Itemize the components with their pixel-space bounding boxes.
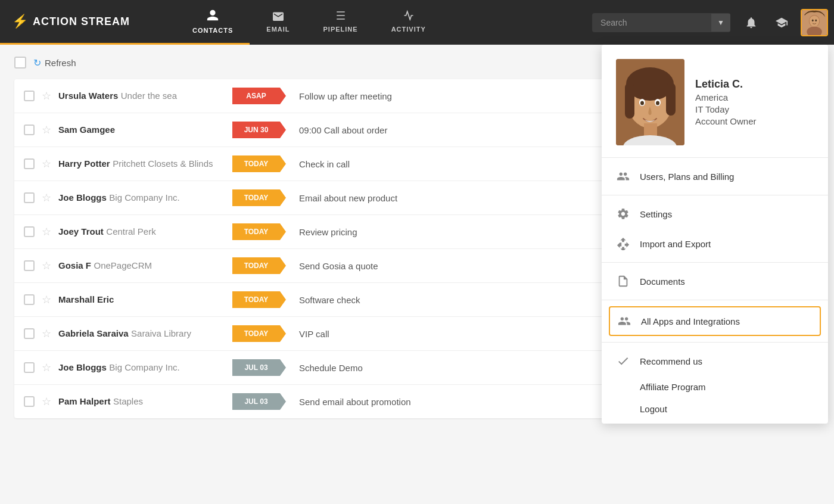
user-avatar-button[interactable] [801,9,828,36]
svg-rect-11 [625,83,634,119]
star-icon[interactable]: ☆ [42,293,51,306]
contact-name-company: Harry Potter Pritchett Closets & Blinds [58,158,225,169]
star-icon[interactable]: ☆ [42,225,51,238]
graduation-button[interactable] [770,11,793,34]
notifications-button[interactable] [740,11,763,34]
contact-name-company: Gosia F OnePageCRM [58,260,225,271]
logout-label: Logout [640,404,667,414]
due-badge: TODAY [232,189,280,206]
row-checkbox[interactable] [24,125,35,135]
select-all-checkbox[interactable] [14,57,26,69]
star-icon[interactable]: ☆ [42,157,51,170]
contact-action: Review pricing [299,227,357,237]
star-icon[interactable]: ☆ [42,361,51,374]
due-badge: TODAY [232,257,280,274]
star-icon[interactable]: ☆ [42,89,51,102]
row-checkbox[interactable] [24,192,35,203]
due-badge: TODAY [232,291,280,308]
contact-action: Software check [299,295,360,305]
row-checkbox[interactable] [24,328,35,339]
nav-item-contacts[interactable]: CONTACTS [176,0,250,45]
dropdown-item-all-apps-integrations[interactable]: All Apps and Integrations [609,306,821,336]
nav-label-contacts: CONTACTS [192,27,233,34]
dropdown-section-users: Users, Plans and Billing [602,158,828,195]
star-icon[interactable]: ☆ [42,191,51,204]
contact-action: Send email about promotion [299,397,411,407]
star-icon[interactable]: ☆ [42,395,51,408]
contact-name-company: Ursula Waters Under the sea [58,91,225,101]
dropdown-item-import-export[interactable]: Import and Export [602,229,828,259]
contact-name-company: Joey Trout Central Perk [58,226,225,237]
contact-name-company: Joe Bloggs Big Company Inc. [58,192,225,203]
dropdown-section-documents: Documents [602,263,828,300]
nav-label-pipeline: PIPELINE [323,26,358,33]
contact-name-company: Sam Gamgee [58,125,225,135]
contact-company: Big Company Inc. [109,362,179,372]
contact-company: Big Company Inc. [109,192,179,203]
refresh-label: Refresh [45,58,76,68]
contact-action: Check in call [299,159,350,169]
contact-name[interactable]: Joe Bloggs [58,192,107,203]
contact-name[interactable]: Sam Gamgee [58,125,115,135]
affiliate-program-label: Affiliate Program [640,382,706,392]
dropdown-item-affiliate-program[interactable]: Affiliate Program [602,376,828,398]
users-plans-billing-label: Users, Plans and Billing [640,172,734,182]
svg-point-6 [815,19,817,21]
recommend-icon [616,354,630,368]
contact-name[interactable]: Joey Trout [58,226,104,237]
refresh-button[interactable]: ↻ Refresh [33,57,76,69]
search-input[interactable] [592,13,711,32]
due-badge: JUN 30 [232,122,280,138]
apps-integrations-icon [617,314,631,328]
row-checkbox[interactable] [24,396,35,407]
contact-name[interactable]: Pam Halpert [58,396,111,406]
import-export-icon [616,237,630,251]
dropdown-item-documents[interactable]: Documents [602,266,828,296]
dropdown-item-logout[interactable]: Logout [602,398,828,420]
nav-item-activity[interactable]: ACTIVITY [375,0,443,45]
contact-company: Saraiva Library [131,328,191,338]
nav-item-pipeline[interactable]: PIPELINE [307,0,375,45]
row-checkbox[interactable] [24,260,35,271]
header-actions [740,9,828,36]
dropdown-profile: Leticia C. America IT Today Account Owne… [602,45,828,158]
contact-name[interactable]: Marshall Eric [58,294,114,304]
nav-item-email[interactable]: EMAIL [250,0,306,45]
row-checkbox[interactable] [24,226,35,237]
row-checkbox[interactable] [24,362,35,373]
logo[interactable]: ⚡ ACTION STREAM [0,0,176,45]
contact-company: Under the sea [121,91,177,101]
svg-point-18 [656,101,659,105]
row-checkbox[interactable] [24,91,35,101]
dropdown-item-settings[interactable]: Settings [602,199,828,229]
profile-role: Account Owner [695,116,757,126]
star-icon[interactable]: ☆ [42,259,51,272]
svg-point-17 [640,101,644,105]
email-icon [272,10,285,24]
due-badge: TODAY [232,325,280,342]
contact-name[interactable]: Gabriela Saraiva [58,328,129,338]
row-checkbox[interactable] [24,158,35,169]
due-badge: ASAP [232,88,280,104]
svg-rect-12 [666,83,676,116]
row-checkbox[interactable] [24,294,35,305]
settings-label: Settings [640,209,672,219]
settings-icon [616,207,630,221]
contact-name[interactable]: Ursula Waters [58,91,118,101]
due-badge: TODAY [232,155,280,172]
contact-name[interactable]: Joe Bloggs [58,362,107,372]
search-area: ▼ [592,13,730,32]
contact-company: Pritchett Closets & Blinds [113,158,213,169]
contact-name[interactable]: Harry Potter [58,158,110,169]
svg-point-5 [812,19,814,21]
user-dropdown-menu: Leticia C. America IT Today Account Owne… [602,45,828,424]
due-badge: TODAY [232,223,280,240]
contact-name[interactable]: Gosia F [58,260,91,270]
dropdown-item-recommend[interactable]: Recommend us [602,346,828,376]
contact-action: Send Gosia a quote [299,261,378,271]
search-dropdown-button[interactable]: ▼ [711,14,730,32]
contact-action: 09:00 Call about order [299,125,387,135]
dropdown-item-users-plans-billing[interactable]: Users, Plans and Billing [602,161,828,191]
star-icon[interactable]: ☆ [42,327,51,340]
star-icon[interactable]: ☆ [42,123,51,136]
